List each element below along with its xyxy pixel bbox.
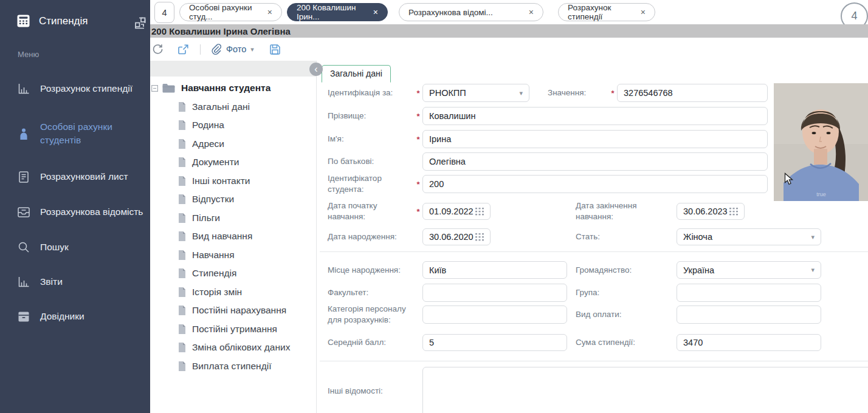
tree-collapse-button[interactable]: ‹ xyxy=(309,63,323,76)
tree-item-documents[interactable]: Документи xyxy=(178,153,239,171)
birth-date-input[interactable]: 30.06.2020 xyxy=(422,228,491,245)
sidebar-item-label: Особові рахунки студентів xyxy=(40,120,150,148)
tree-item-family[interactable]: Родина xyxy=(178,116,224,134)
sidebar-item-search[interactable]: Пошук xyxy=(0,239,150,256)
identification-select[interactable]: РНОКПП ▾ xyxy=(422,84,529,102)
row-grade-stipend: Середній балл: Сума стипендії: xyxy=(328,334,821,351)
surname-input[interactable] xyxy=(422,107,768,125)
id-value-input[interactable] xyxy=(617,84,768,102)
calendar-icon[interactable] xyxy=(729,208,738,216)
tab-stipend-calculation[interactable]: Розрахунок стипендії × xyxy=(558,3,655,21)
tab-student-accounts[interactable]: Особові рахунки студ... × xyxy=(179,3,282,21)
tree-item-education[interactable]: Навчання xyxy=(178,246,235,264)
tree-item-label: Документи xyxy=(192,157,239,168)
person-icon xyxy=(18,128,30,140)
citizenship-select[interactable]: Україна ▾ xyxy=(677,261,821,279)
sidebar-item-pay-sheet[interactable]: Розрахункова відомість xyxy=(0,203,150,220)
tab-general-data[interactable]: Загальні дані xyxy=(322,65,391,83)
close-icon[interactable]: × xyxy=(267,7,272,17)
shirt-print-text: true xyxy=(816,191,826,197)
tree-item-other-contacts[interactable]: Інші контакти xyxy=(178,172,250,190)
tree-item-leaves[interactable]: Відпустки xyxy=(178,190,234,208)
page-icon xyxy=(178,176,186,186)
study-end-label: Дата закінчення навчання: xyxy=(576,200,668,222)
patronymic-input[interactable] xyxy=(422,152,768,171)
gender-select[interactable]: Жіноча ▾ xyxy=(677,228,821,245)
study-end-date-value: 30.06.2023 xyxy=(683,206,728,216)
tree-item-label: Навчання xyxy=(192,250,235,261)
close-icon[interactable]: × xyxy=(373,7,378,17)
tree-item-label: Загальні дані xyxy=(192,101,250,112)
sidebar-item-stipend-calculation[interactable]: Розрахунок стипендії xyxy=(0,80,150,97)
tree-item-stipend[interactable]: Стипендія xyxy=(178,264,236,282)
payment-type-label: Вид оплати: xyxy=(576,309,668,320)
row-faculty-group: Факультет: Група: xyxy=(328,284,821,302)
tree-item-study-type[interactable]: Вид навчання xyxy=(178,227,252,245)
birth-place-input[interactable] xyxy=(422,261,567,279)
stipend-amount-input[interactable] xyxy=(677,334,821,351)
document-icon xyxy=(18,171,30,183)
refresh-icon xyxy=(152,44,164,55)
close-icon[interactable]: × xyxy=(529,7,534,17)
tree-item-general-data[interactable]: Загальні дані xyxy=(178,98,250,116)
menu-section-label: Меню xyxy=(18,50,39,59)
tree-item-benefits[interactable]: Пільги xyxy=(178,209,220,227)
page-icon xyxy=(178,231,186,241)
tab-label: Розрахункова відомі... xyxy=(408,8,493,17)
sidebar-item-payslip[interactable]: Розрахунковий лист xyxy=(0,168,150,185)
tree-item-permanent-deductions[interactable]: Постійні утримання xyxy=(178,320,277,338)
refresh-button[interactable] xyxy=(152,44,164,55)
page-icon xyxy=(178,194,186,204)
save-button[interactable] xyxy=(270,44,280,55)
tree-item-change-history[interactable]: Історія змін xyxy=(178,283,242,301)
study-start-date-input[interactable]: 01.09.2022 xyxy=(422,203,491,220)
chevron-down-icon: ▾ xyxy=(519,89,523,97)
payment-type-input[interactable] xyxy=(677,305,821,324)
birth-date-value: 30.06.2020 xyxy=(429,232,474,242)
tree-item-label: Постійні нарахування xyxy=(192,305,286,316)
open-external-button[interactable] xyxy=(178,44,188,55)
study-end-date-input[interactable]: 30.06.2023 xyxy=(677,203,745,220)
gender-label: Стать: xyxy=(576,231,668,242)
tab-kovalyshyn-record[interactable]: 200 Ковалишин Ірин... × xyxy=(287,3,388,21)
app-logo: Стипендія xyxy=(17,15,88,27)
sidebar-item-directories[interactable]: Довідники xyxy=(0,308,150,325)
first-name-input[interactable] xyxy=(422,130,768,148)
sidebar-item-student-accounts[interactable]: Особові рахунки студентів xyxy=(0,119,150,148)
group-input[interactable] xyxy=(677,284,821,302)
bar-chart-icon xyxy=(18,276,30,287)
identification-value: РНОКПП xyxy=(429,88,466,98)
tree-item-account-data-change[interactable]: Зміна облікових даних xyxy=(178,338,290,357)
sidebar-item-label: Звіти xyxy=(40,275,63,288)
required-marker: * xyxy=(414,112,422,121)
faculty-input[interactable] xyxy=(422,284,567,302)
tree-item-stipend-payment[interactable]: Виплата стипендії xyxy=(178,357,271,375)
sidebar-item-reports[interactable]: Звіти xyxy=(0,273,150,290)
close-icon[interactable]: × xyxy=(641,7,646,17)
sidebar-item-label: Пошук xyxy=(40,241,69,254)
birth-place-label: Місце народження: xyxy=(328,265,414,276)
page-icon xyxy=(178,324,186,334)
tab-counter-badge[interactable]: 4 xyxy=(154,2,174,23)
personnel-category-label: Категорія персоналу для розрахунків: xyxy=(328,304,414,326)
tab-pay-sheet[interactable]: Розрахункова відомі... × xyxy=(399,3,543,21)
average-grade-input[interactable] xyxy=(422,334,567,351)
page-icon xyxy=(178,139,186,149)
group-label: Група: xyxy=(576,287,668,298)
average-grade-label: Середній балл: xyxy=(328,337,414,348)
calendar-icon[interactable] xyxy=(475,208,484,216)
tree-item-permanent-accruals[interactable]: Постійні нарахування xyxy=(178,301,286,319)
inbox-icon xyxy=(18,207,30,217)
collapse-sidebar-button[interactable] xyxy=(134,17,147,30)
personnel-category-input[interactable] xyxy=(422,305,567,324)
tree-item-addresses[interactable]: Адреси xyxy=(178,135,224,153)
tree-item-label: Адреси xyxy=(192,138,224,149)
student-id-input[interactable] xyxy=(422,175,768,193)
student-id-label: Ідентифікатор студента: xyxy=(328,173,414,195)
calendar-icon[interactable] xyxy=(475,233,484,241)
tree-item-label: Відпустки xyxy=(192,194,234,205)
other-info-textarea[interactable] xyxy=(422,367,868,413)
photo-dropdown-button[interactable]: Фото ▾ xyxy=(211,44,254,55)
page-icon xyxy=(178,120,186,130)
sidebar-item-label: Розрахункова відомість xyxy=(40,205,143,219)
